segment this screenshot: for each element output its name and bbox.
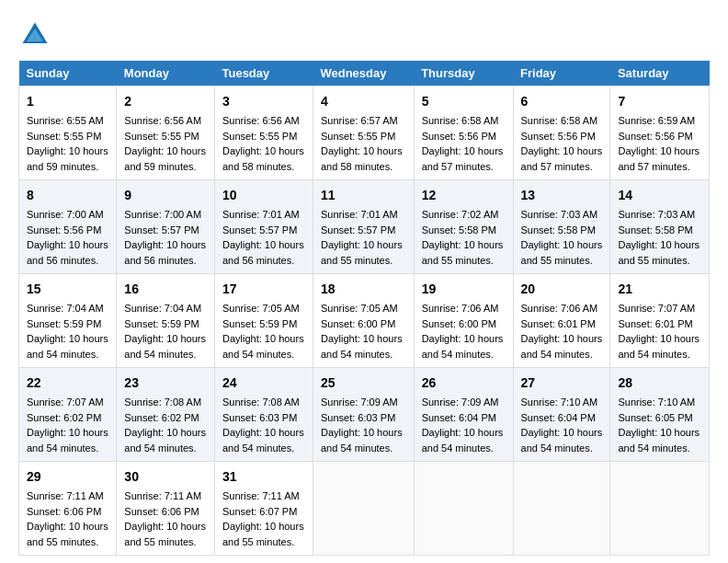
daylight-text: Daylight: 10 hours and 58 minutes.: [222, 145, 304, 172]
day-cell: 9Sunrise: 7:00 AMSunset: 5:57 PMDaylight…: [117, 180, 215, 274]
sunrise-text: Sunrise: 7:07 AM: [27, 396, 104, 408]
day-number: 27: [521, 373, 603, 393]
column-header-wednesday: Wednesday: [313, 61, 414, 86]
daylight-text: Daylight: 10 hours and 56 minutes.: [27, 239, 108, 266]
day-cell: 10Sunrise: 7:01 AMSunset: 5:57 PMDayligh…: [214, 180, 313, 274]
sunset-text: Sunset: 5:55 PM: [124, 131, 199, 142]
day-number: 15: [27, 280, 108, 299]
sunrise-text: Sunrise: 7:06 AM: [422, 303, 499, 314]
sunrise-text: Sunrise: 6:58 AM: [422, 115, 499, 126]
sunset-text: Sunset: 5:59 PM: [27, 318, 101, 329]
daylight-text: Daylight: 10 hours and 54 minutes.: [521, 333, 603, 360]
sunset-text: Sunset: 6:04 PM: [521, 412, 596, 423]
sunrise-text: Sunrise: 7:10 AM: [618, 396, 695, 408]
sunrise-text: Sunrise: 6:55 AM: [27, 115, 104, 126]
day-number: 23: [124, 373, 207, 393]
sunrise-text: Sunrise: 6:57 AM: [321, 115, 398, 126]
daylight-text: Daylight: 10 hours and 54 minutes.: [124, 427, 206, 454]
sunrise-text: Sunrise: 7:09 AM: [422, 396, 499, 408]
day-cell: 12Sunrise: 7:02 AMSunset: 5:58 PMDayligh…: [414, 180, 513, 274]
day-cell: 4Sunrise: 6:57 AMSunset: 5:55 PMDaylight…: [313, 86, 414, 180]
day-cell: 27Sunrise: 7:10 AMSunset: 6:04 PMDayligh…: [513, 368, 610, 462]
sunrise-text: Sunrise: 7:03 AM: [521, 209, 598, 220]
logo: [18, 18, 57, 52]
sunset-text: Sunset: 6:06 PM: [124, 506, 199, 517]
day-cell: 30Sunrise: 7:11 AMSunset: 6:06 PMDayligh…: [117, 462, 215, 556]
sunrise-text: Sunrise: 7:05 AM: [321, 303, 398, 314]
sunrise-text: Sunrise: 7:04 AM: [124, 303, 201, 314]
day-number: 5: [422, 92, 506, 111]
column-header-monday: Monday: [117, 61, 215, 86]
sunset-text: Sunset: 5:56 PM: [27, 224, 101, 236]
day-cell: [313, 462, 414, 556]
day-cell: 31Sunrise: 7:11 AMSunset: 6:07 PMDayligh…: [214, 462, 313, 556]
day-number: 9: [124, 186, 207, 205]
day-cell: 29Sunrise: 7:11 AMSunset: 6:06 PMDayligh…: [19, 462, 117, 556]
daylight-text: Daylight: 10 hours and 59 minutes.: [124, 145, 206, 172]
logo-icon: [18, 18, 51, 52]
week-row-2: 8Sunrise: 7:00 AMSunset: 5:56 PMDaylight…: [19, 180, 710, 274]
daylight-text: Daylight: 10 hours and 56 minutes.: [222, 239, 304, 266]
sunrise-text: Sunrise: 7:11 AM: [222, 490, 300, 501]
day-number: 8: [27, 186, 108, 205]
daylight-text: Daylight: 10 hours and 57 minutes.: [618, 145, 700, 172]
day-cell: 15Sunrise: 7:04 AMSunset: 5:59 PMDayligh…: [19, 274, 117, 368]
day-number: 6: [521, 92, 603, 111]
day-number: 7: [618, 92, 701, 111]
day-number: 31: [222, 467, 305, 487]
header-row: SundayMondayTuesdayWednesdayThursdayFrid…: [19, 61, 710, 86]
day-cell: 3Sunrise: 6:56 AMSunset: 5:55 PMDaylight…: [214, 86, 313, 180]
week-row-3: 15Sunrise: 7:04 AMSunset: 5:59 PMDayligh…: [19, 274, 710, 368]
sunset-text: Sunset: 5:57 PM: [222, 224, 297, 236]
sunset-text: Sunset: 5:58 PM: [422, 224, 496, 236]
sunrise-text: Sunrise: 7:07 AM: [618, 303, 695, 314]
daylight-text: Daylight: 10 hours and 54 minutes.: [222, 427, 304, 454]
day-number: 13: [521, 186, 603, 205]
sunset-text: Sunset: 5:57 PM: [124, 224, 199, 236]
sunset-text: Sunset: 6:03 PM: [321, 412, 395, 423]
daylight-text: Daylight: 10 hours and 55 minutes.: [124, 521, 206, 547]
daylight-text: Daylight: 10 hours and 54 minutes.: [422, 333, 504, 360]
daylight-text: Daylight: 10 hours and 58 minutes.: [321, 145, 403, 172]
day-number: 28: [618, 373, 701, 393]
column-header-thursday: Thursday: [414, 61, 513, 86]
sunset-text: Sunset: 5:55 PM: [321, 131, 395, 142]
day-cell: 1Sunrise: 6:55 AMSunset: 5:55 PMDaylight…: [19, 86, 117, 180]
day-cell: 5Sunrise: 6:58 AMSunset: 5:56 PMDaylight…: [414, 86, 513, 180]
sunset-text: Sunset: 5:58 PM: [521, 224, 596, 236]
daylight-text: Daylight: 10 hours and 54 minutes.: [27, 333, 108, 360]
day-cell: 17Sunrise: 7:05 AMSunset: 5:59 PMDayligh…: [214, 274, 313, 368]
day-number: 29: [27, 467, 108, 487]
sunrise-text: Sunrise: 7:09 AM: [321, 396, 398, 408]
sunrise-text: Sunrise: 6:56 AM: [222, 115, 300, 126]
sunset-text: Sunset: 6:00 PM: [422, 318, 496, 329]
day-number: 1: [27, 92, 108, 111]
day-cell: 6Sunrise: 6:58 AMSunset: 5:56 PMDaylight…: [513, 86, 610, 180]
day-number: 12: [422, 186, 506, 205]
sunset-text: Sunset: 5:56 PM: [422, 131, 496, 142]
day-number: 26: [422, 373, 506, 393]
daylight-text: Daylight: 10 hours and 54 minutes.: [321, 427, 403, 454]
sunset-text: Sunset: 6:06 PM: [27, 506, 101, 517]
day-cell: 16Sunrise: 7:04 AMSunset: 5:59 PMDayligh…: [117, 274, 215, 368]
sunrise-text: Sunrise: 7:03 AM: [618, 209, 695, 220]
day-cell: 20Sunrise: 7:06 AMSunset: 6:01 PMDayligh…: [513, 274, 610, 368]
day-cell: 23Sunrise: 7:08 AMSunset: 6:02 PMDayligh…: [117, 368, 215, 462]
day-number: 24: [222, 373, 305, 393]
sunset-text: Sunset: 6:01 PM: [618, 318, 692, 329]
daylight-text: Daylight: 10 hours and 55 minutes.: [321, 239, 403, 266]
day-number: 21: [618, 280, 701, 299]
day-cell: 26Sunrise: 7:09 AMSunset: 6:04 PMDayligh…: [414, 368, 513, 462]
day-number: 10: [222, 186, 305, 205]
day-number: 25: [321, 373, 406, 393]
day-number: 2: [124, 92, 207, 111]
day-cell: 7Sunrise: 6:59 AMSunset: 5:56 PMDaylight…: [610, 86, 710, 180]
daylight-text: Daylight: 10 hours and 55 minutes.: [27, 521, 108, 547]
sunrise-text: Sunrise: 7:02 AM: [422, 209, 499, 220]
week-row-4: 22Sunrise: 7:07 AMSunset: 6:02 PMDayligh…: [19, 368, 710, 462]
sunset-text: Sunset: 5:55 PM: [27, 131, 101, 142]
day-cell: [513, 462, 610, 556]
daylight-text: Daylight: 10 hours and 54 minutes.: [222, 333, 304, 360]
sunrise-text: Sunrise: 7:04 AM: [27, 303, 104, 314]
sunset-text: Sunset: 5:56 PM: [521, 131, 596, 142]
